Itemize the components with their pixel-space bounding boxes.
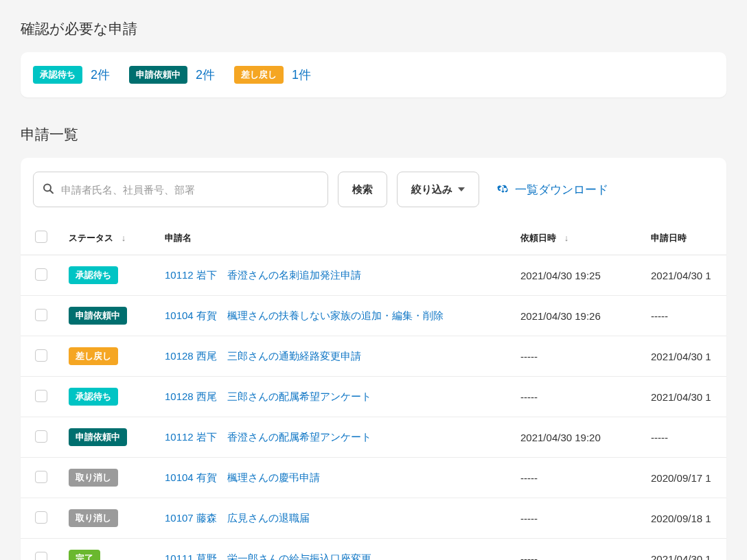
status-badge: 差し戻し: [234, 66, 284, 84]
row-status-cell: 申請依頼中: [62, 296, 158, 336]
table-row[interactable]: 差し戻し10128 西尾 三郎さんの通勤経路変更申請-----2021/04/3…: [21, 336, 726, 377]
row-status-cell: 取り消し: [62, 498, 158, 539]
row-checkbox[interactable]: [35, 268, 47, 281]
header-applied[interactable]: 申請日時: [644, 221, 726, 255]
header-name[interactable]: 申請名: [158, 221, 514, 255]
search-input[interactable]: [33, 172, 328, 207]
status-badge: 取り消し: [69, 469, 118, 487]
row-checkbox[interactable]: [35, 390, 47, 402]
row-checkbox[interactable]: [35, 552, 47, 561]
application-link[interactable]: 10104 有賀 楓理さんの慶弔申請: [165, 471, 320, 483]
row-name-cell: 10112 岩下 香澄さんの名刺追加発注申請: [158, 255, 514, 296]
row-name-cell: 10128 西尾 三郎さんの通勤経路変更申請: [158, 336, 514, 377]
cloud-download-icon: [496, 183, 509, 197]
row-name-cell: 10128 西尾 三郎さんの配属希望アンケート: [158, 377, 514, 417]
row-name-cell: 10111 草野 栄一郎さんの給与振込口座変更: [158, 539, 514, 561]
summary-item-approval[interactable]: 承認待ち 2件: [33, 66, 110, 84]
application-link[interactable]: 10111 草野 栄一郎さんの給与振込口座変更: [165, 552, 371, 561]
status-badge: 承認待ち: [69, 388, 118, 406]
row-check-cell: [21, 539, 62, 561]
select-all-checkbox[interactable]: [35, 231, 47, 243]
row-name-cell: 10104 有賀 楓理さんの慶弔申請: [158, 458, 514, 498]
row-check-cell: [21, 417, 62, 458]
application-link[interactable]: 10104 有賀 楓理さんの扶養しない家族の追加・編集・削除: [165, 310, 444, 321]
application-link[interactable]: 10112 岩下 香澄さんの名刺追加発注申請: [165, 269, 361, 281]
application-link[interactable]: 10128 西尾 三郎さんの通勤経路変更申請: [165, 350, 361, 362]
status-badge: 差し戻し: [69, 347, 118, 365]
filter-button-label: 絞り込み: [411, 183, 452, 196]
row-requested-cell: -----: [514, 377, 644, 417]
table-row[interactable]: 申請依頼中10104 有賀 楓理さんの扶養しない家族の追加・編集・削除2021/…: [21, 296, 726, 336]
row-checkbox[interactable]: [35, 430, 47, 443]
row-checkbox[interactable]: [35, 349, 47, 362]
table-row[interactable]: 取り消し10107 藤森 広見さんの退職届-----2020/09/18 1: [21, 498, 726, 539]
row-name-cell: 10107 藤森 広見さんの退職届: [158, 498, 514, 539]
sort-arrow-icon: ↓: [122, 233, 126, 243]
row-name-cell: 10104 有賀 楓理さんの扶養しない家族の追加・編集・削除: [158, 296, 514, 336]
summary-count[interactable]: 2件: [196, 67, 215, 83]
status-badge: 承認待ち: [33, 66, 82, 84]
pending-title: 確認が必要な申請: [21, 19, 726, 38]
filter-button[interactable]: 絞り込み: [397, 172, 479, 207]
table-row[interactable]: 申請依頼中10112 岩下 香澄さんの配属希望アンケート2021/04/30 1…: [21, 417, 726, 458]
summary-card: 承認待ち 2件 申請依頼中 2件 差し戻し 1件: [21, 52, 726, 97]
search-wrap: [33, 172, 328, 207]
row-requested-cell: 2021/04/30 19:20: [514, 417, 644, 458]
row-status-cell: 取り消し: [62, 458, 158, 498]
status-badge: 完了: [69, 550, 100, 560]
row-applied-cell: 2021/04/30 1: [644, 539, 726, 561]
summary-count[interactable]: 2件: [91, 67, 110, 83]
row-requested-cell: -----: [514, 458, 644, 498]
row-status-cell: 差し戻し: [62, 336, 158, 377]
row-requested-cell: -----: [514, 498, 644, 539]
row-check-cell: [21, 255, 62, 296]
row-name-cell: 10112 岩下 香澄さんの配属希望アンケート: [158, 417, 514, 458]
download-link[interactable]: 一覧ダウンロード: [496, 182, 608, 198]
row-requested-cell: -----: [514, 336, 644, 377]
status-badge: 申請依頼中: [69, 307, 127, 325]
row-check-cell: [21, 377, 62, 417]
table-row[interactable]: 取り消し10104 有賀 楓理さんの慶弔申請-----2020/09/17 1: [21, 458, 726, 498]
table-row[interactable]: 承認待ち10128 西尾 三郎さんの配属希望アンケート-----2021/04/…: [21, 377, 726, 417]
row-requested-cell: 2021/04/30 19:25: [514, 255, 644, 296]
list-card: 検索 絞り込み 一覧ダウンロード: [21, 158, 726, 560]
row-applied-cell: -----: [644, 296, 726, 336]
sort-arrow-icon: ↓: [564, 233, 569, 243]
row-check-cell: [21, 458, 62, 498]
download-link-label: 一覧ダウンロード: [515, 182, 608, 198]
header-check: [21, 221, 62, 255]
row-checkbox[interactable]: [35, 511, 47, 524]
header-requested[interactable]: 依頼日時 ↓: [514, 221, 644, 255]
row-applied-cell: -----: [644, 417, 726, 458]
applications-table: ステータス ↓ 申請名 依頼日時 ↓ 申請日時 承認待ち10112 岩下 香澄さ…: [21, 221, 726, 560]
header-status[interactable]: ステータス ↓: [62, 221, 158, 255]
search-button[interactable]: 検索: [338, 172, 387, 207]
row-requested-cell: 2021/04/30 19:26: [514, 296, 644, 336]
row-checkbox[interactable]: [35, 309, 47, 321]
toolbar: 検索 絞り込み 一覧ダウンロード: [21, 172, 726, 221]
header-requested-label: 依頼日時: [520, 233, 556, 243]
status-badge: 申請依頼中: [129, 66, 187, 84]
application-link[interactable]: 10107 藤森 広見さんの退職届: [165, 512, 310, 524]
row-check-cell: [21, 498, 62, 539]
status-badge: 申請依頼中: [69, 428, 127, 446]
summary-count[interactable]: 1件: [292, 67, 311, 83]
list-title: 申請一覧: [21, 125, 726, 144]
row-status-cell: 承認待ち: [62, 255, 158, 296]
status-badge: 承認待ち: [69, 266, 118, 284]
row-applied-cell: 2021/04/30 1: [644, 336, 726, 377]
row-check-cell: [21, 336, 62, 377]
row-check-cell: [21, 296, 62, 336]
summary-item-rejected[interactable]: 差し戻し 1件: [234, 66, 311, 84]
row-requested-cell: -----: [514, 539, 644, 561]
table-row[interactable]: 完了10111 草野 栄一郎さんの給与振込口座変更-----2021/04/30…: [21, 539, 726, 561]
row-status-cell: 完了: [62, 539, 158, 561]
table-row[interactable]: 承認待ち10112 岩下 香澄さんの名刺追加発注申請2021/04/30 19:…: [21, 255, 726, 296]
application-link[interactable]: 10112 岩下 香澄さんの配属希望アンケート: [165, 431, 371, 443]
application-link[interactable]: 10128 西尾 三郎さんの配属希望アンケート: [165, 390, 371, 402]
row-status-cell: 承認待ち: [62, 377, 158, 417]
header-status-label: ステータス: [69, 233, 113, 243]
summary-item-requesting[interactable]: 申請依頼中 2件: [129, 66, 215, 84]
row-applied-cell: 2020/09/17 1: [644, 458, 726, 498]
row-checkbox[interactable]: [35, 471, 47, 483]
